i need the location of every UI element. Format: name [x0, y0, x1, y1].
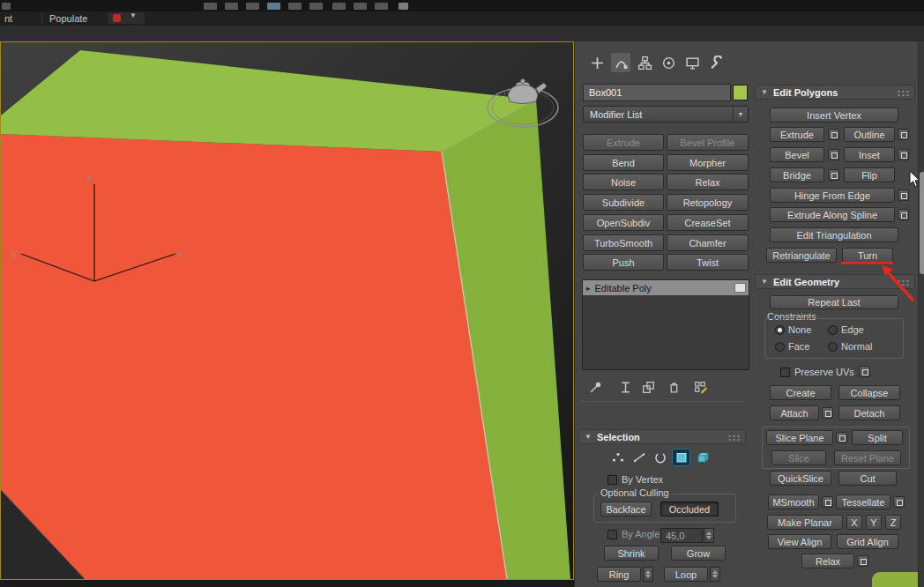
rollout-grip[interactable] [897, 279, 910, 286]
modifier-button-turbosmooth[interactable]: TurboSmooth [583, 234, 664, 251]
outline-settings-button[interactable] [898, 129, 909, 140]
modifier-stack[interactable]: ▸ Editable Poly [582, 279, 749, 370]
by-angle-checkbox[interactable] [607, 530, 617, 539]
grid-align-button[interactable]: Grid Align [837, 534, 898, 549]
flip-button[interactable]: Flip [844, 167, 895, 182]
constraint-edge-radio[interactable] [828, 325, 838, 335]
backface-button[interactable]: Backface [600, 502, 652, 516]
modifier-button-chamfer[interactable]: Chamfer [667, 234, 749, 251]
toolbar-partial-icon[interactable] [204, 3, 217, 10]
attach-button[interactable]: Attach [770, 405, 819, 420]
modifier-button-subdivide[interactable]: Subdivide [583, 194, 664, 211]
slice-button[interactable]: Slice [771, 450, 826, 465]
viewport-canvas[interactable]: z x y [1, 42, 573, 579]
edit-triangulation-button[interactable]: Edit Triangulation [770, 227, 898, 242]
create-tab[interactable] [587, 53, 607, 72]
display-tab[interactable] [682, 53, 702, 72]
outline-button[interactable]: Outline [844, 127, 895, 142]
extrude-along-spline-settings-button[interactable] [898, 209, 909, 220]
selection-rollout-header[interactable]: ▼ Selection [578, 429, 746, 444]
extrude-settings-button[interactable] [828, 129, 839, 140]
make-planar-z-button[interactable]: Z [885, 515, 901, 530]
motion-tab[interactable] [659, 53, 678, 72]
modifier-button-extrude[interactable]: Extrude [583, 134, 664, 151]
toolbar-partial-icon[interactable] [354, 3, 367, 10]
split-button[interactable]: Split [852, 430, 903, 445]
object-name-field[interactable]: Box001 [583, 84, 731, 101]
toolbar-partial-icon[interactable] [309, 3, 323, 10]
hierarchy-tab[interactable] [635, 53, 654, 72]
show-end-result-button[interactable] [617, 380, 632, 397]
constraint-none-radio[interactable] [775, 325, 785, 335]
bevel-button[interactable]: Bevel [770, 147, 824, 162]
make-planar-button[interactable]: Make Planar [767, 515, 843, 530]
tessellate-button[interactable]: Tessellate [836, 494, 890, 509]
occluded-button[interactable]: Occluded [660, 502, 719, 516]
insert-vertex-button[interactable]: Insert Vertex [770, 108, 898, 123]
tessellate-settings-button[interactable] [893, 496, 905, 508]
modifier-button-morpher[interactable]: Morpher [667, 154, 749, 171]
modifier-button-opensubdiv[interactable]: OpenSubdiv [583, 214, 664, 231]
rollout-grip[interactable] [727, 435, 741, 442]
bridge-button[interactable]: Bridge [770, 167, 824, 182]
edit-geometry-rollout-header[interactable]: ▼ Edit Geometry [755, 274, 915, 289]
create-button[interactable]: Create [770, 385, 831, 400]
configure-modifier-sets-button[interactable] [693, 380, 708, 397]
view-align-button[interactable]: View Align [768, 534, 831, 549]
attach-settings-button[interactable] [822, 407, 833, 419]
inset-settings-button[interactable] [898, 149, 909, 160]
by-angle-value-field[interactable]: 45,0 [660, 528, 703, 543]
subobject-border-button[interactable] [651, 449, 669, 466]
by-angle-spinner[interactable] [704, 528, 714, 543]
slice-plane-button[interactable]: Slice Plane [766, 430, 833, 445]
toolbar-partial-icon[interactable] [288, 3, 302, 10]
loop-spinner[interactable] [710, 567, 720, 582]
stack-item-editable-poly[interactable]: ▸ Editable Poly [583, 280, 749, 295]
toolbar-partial-icon[interactable] [332, 3, 346, 10]
pin-stack-button[interactable] [588, 380, 603, 397]
slice-plane-settings-button[interactable] [836, 432, 847, 443]
ring-button[interactable]: Ring [597, 567, 641, 582]
subobject-vertex-button[interactable] [608, 449, 627, 466]
toolbar-partial-icon[interactable] [375, 3, 388, 10]
make-planar-x-button[interactable]: X [846, 515, 862, 530]
modifier-button-noise[interactable]: Noise [583, 174, 664, 190]
panel-scrollbar[interactable] [918, 41, 924, 587]
ribbon-tab-partial[interactable]: nt [4, 13, 12, 24]
loop-button[interactable]: Loop [664, 567, 708, 582]
msmooth-button[interactable]: MSmooth [768, 494, 819, 509]
inset-button[interactable]: Inset [844, 147, 895, 162]
hinge-from-edge-settings-button[interactable] [898, 189, 909, 201]
modify-tab[interactable] [611, 53, 630, 72]
ribbon-tab-populate[interactable]: Populate [49, 13, 87, 24]
collapse-button[interactable]: Collapse [838, 385, 900, 400]
toolbar-partial-icon[interactable] [246, 3, 259, 10]
bridge-settings-button[interactable] [828, 169, 839, 181]
box-front-face-red[interactable] [1, 134, 507, 579]
bevel-settings-button[interactable] [828, 149, 839, 160]
box-object[interactable] [1, 50, 570, 579]
toolbar-partial-icon[interactable] [225, 3, 238, 10]
reset-plane-button[interactable]: Reset Plane [834, 450, 901, 465]
stack-item-visibility-icon[interactable] [734, 283, 746, 293]
ribbon-minimize-button[interactable]: ▼ [108, 12, 145, 24]
relax-button[interactable]: Relax [801, 554, 854, 568]
hinge-from-edge-button[interactable]: Hinge From Edge [770, 188, 895, 203]
make-unique-button[interactable] [641, 380, 656, 397]
toolbar-partial-icon[interactable] [399, 3, 408, 10]
modifier-button-push[interactable]: Push [583, 254, 664, 271]
extrude-along-spline-button[interactable]: Extrude Along Spline [770, 207, 895, 222]
msmooth-settings-button[interactable] [822, 496, 833, 508]
repeat-last-button[interactable]: Repeat Last [770, 295, 898, 309]
panel-scrollbar-thumb[interactable] [920, 172, 924, 274]
subobject-polygon-button[interactable] [672, 449, 690, 466]
modifier-list-dropdown[interactable]: Modifier List ▼ [583, 106, 749, 123]
subobject-element-button[interactable] [693, 449, 712, 466]
preserve-uvs-settings-button[interactable] [859, 366, 870, 377]
modifier-button-relax[interactable]: Relax [667, 174, 749, 190]
ring-spinner[interactable] [643, 567, 653, 582]
modifier-button-twist[interactable]: Twist [667, 254, 749, 271]
object-color-swatch[interactable] [733, 85, 748, 100]
constraint-face-radio[interactable] [775, 342, 785, 352]
by-vertex-checkbox[interactable] [607, 475, 617, 485]
